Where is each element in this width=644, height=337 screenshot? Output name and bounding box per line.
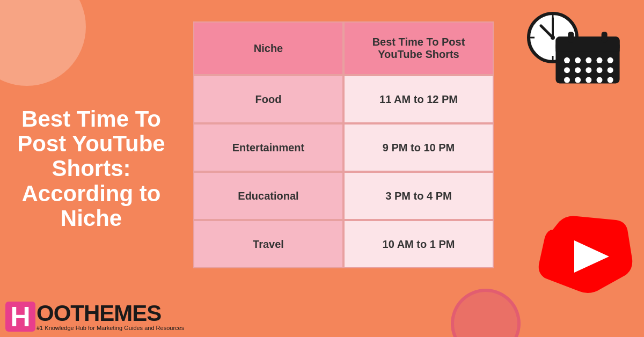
svg-point-17: [608, 57, 613, 63]
logo-name: OOTHEMES: [36, 302, 184, 325]
svg-point-18: [564, 67, 570, 73]
svg-rect-10: [555, 45, 619, 52]
time-food: 11 AM to 12 PM: [343, 75, 494, 123]
left-title-section: Best Time To Post YouTube Shorts: Accord…: [16, 107, 166, 231]
time-entertainment: 9 PM to 10 PM: [343, 123, 494, 172]
clock-calendar-icons: [526, 11, 633, 118]
svg-point-27: [608, 77, 613, 83]
svg-rect-11: [568, 32, 574, 42]
svg-point-24: [575, 77, 581, 83]
svg-point-15: [586, 57, 591, 63]
niche-travel: Travel: [193, 220, 343, 268]
niche-entertainment: Entertainment: [193, 123, 343, 172]
table-row: Travel 10 AM to 1 PM: [193, 220, 494, 268]
svg-point-21: [597, 67, 603, 73]
decorative-circle-top-left: [0, 0, 86, 86]
svg-point-19: [575, 67, 581, 73]
header-best-time: Best Time To PostYouTube Shorts: [343, 21, 494, 75]
table-row: Educational 3 PM to 4 PM: [193, 172, 494, 220]
svg-rect-12: [602, 32, 608, 42]
time-travel: 10 AM to 1 PM: [343, 220, 494, 268]
decorative-circle-bottom-right: [451, 289, 521, 337]
youtube-shorts-icon: [537, 197, 633, 294]
logo-section: H OOTHEMES #1 Knowledge Hub for Marketin…: [5, 302, 184, 332]
logo-h-block: H: [5, 302, 35, 332]
svg-point-13: [564, 57, 570, 63]
niche-food: Food: [193, 75, 343, 123]
main-title: Best Time To Post YouTube Shorts: Accord…: [16, 107, 166, 231]
svg-point-16: [597, 57, 603, 63]
time-educational: 3 PM to 4 PM: [343, 172, 494, 220]
svg-point-23: [564, 77, 570, 83]
logo-text-block: OOTHEMES #1 Knowledge Hub for Marketing …: [36, 302, 184, 331]
logo-tagline: #1 Knowledge Hub for Marketing Guides an…: [36, 325, 184, 331]
svg-point-26: [597, 77, 603, 83]
svg-point-22: [608, 67, 613, 73]
header-niche: Niche: [193, 21, 343, 75]
svg-point-20: [586, 67, 591, 73]
niche-table: Niche Best Time To PostYouTube Shorts Fo…: [193, 21, 494, 268]
svg-point-25: [586, 77, 591, 83]
table-row: Entertainment 9 PM to 10 PM: [193, 123, 494, 172]
table-row: Food 11 AM to 12 PM: [193, 75, 494, 123]
table-section: Niche Best Time To PostYouTube Shorts Fo…: [193, 21, 494, 268]
svg-point-14: [575, 57, 581, 63]
niche-educational: Educational: [193, 172, 343, 220]
calendar-icon: [553, 27, 623, 86]
